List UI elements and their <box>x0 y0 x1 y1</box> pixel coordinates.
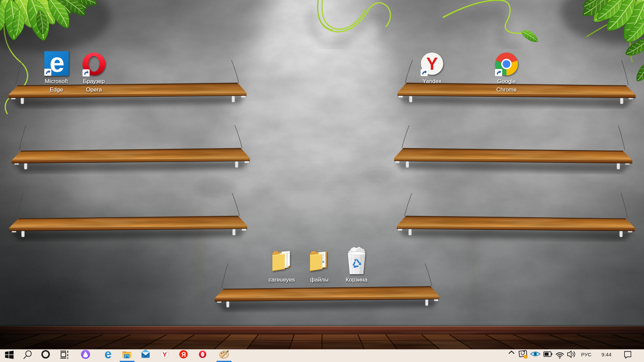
svg-text:Edge: Edge <box>50 86 63 93</box>
svg-text:Yandex: Yandex <box>423 78 442 84</box>
svg-text:файлы: файлы <box>310 277 328 283</box>
svg-text:careueyes: careueyes <box>269 277 295 283</box>
svg-text:Y: Y <box>426 54 438 73</box>
svg-text:Microsoft: Microsoft <box>45 78 68 84</box>
svg-text:e: e <box>104 347 111 361</box>
svg-text:Y: Y <box>163 351 167 358</box>
svg-text:e: e <box>50 48 65 77</box>
svg-text:Chrome: Chrome <box>496 86 517 93</box>
svg-text:9:44: 9:44 <box>601 352 612 357</box>
svg-text:Я: Я <box>181 351 186 358</box>
svg-text:Opera: Opera <box>86 86 102 93</box>
svg-text:Корзина: Корзина <box>346 277 368 283</box>
svg-text:Браузер: Браузер <box>83 78 105 84</box>
svg-text:Google: Google <box>497 78 516 84</box>
svg-text:РУС: РУС <box>581 352 591 357</box>
